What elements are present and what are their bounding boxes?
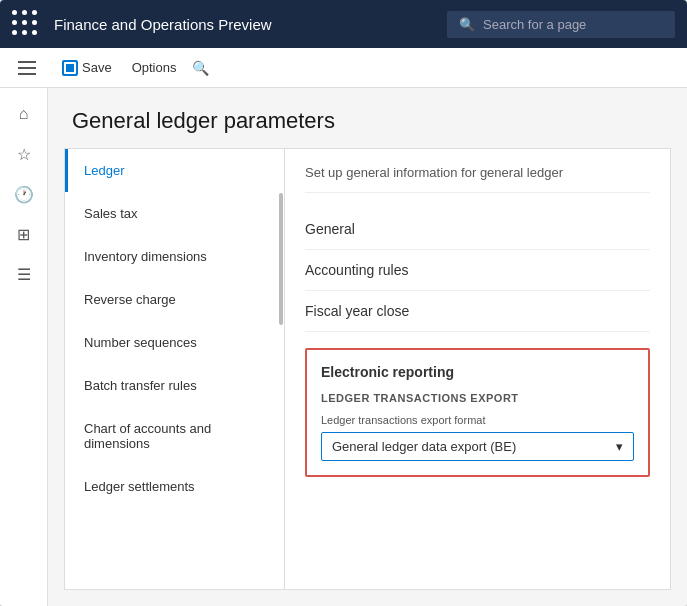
right-panel: Set up general information for general l… bbox=[285, 149, 670, 589]
title-bar: Finance and Operations Preview 🔍 bbox=[0, 0, 687, 48]
er-title: Electronic reporting bbox=[321, 364, 634, 380]
panel-subtitle: Set up general information for general l… bbox=[305, 165, 650, 193]
icon-sidebar: ⌂ ☆ 🕐 ⊞ ☰ bbox=[0, 88, 48, 606]
electronic-reporting-panel: Electronic reporting LEDGER TRANSACTIONS… bbox=[305, 348, 650, 477]
section-accounting-rules[interactable]: Accounting rules bbox=[305, 250, 650, 291]
global-search-input[interactable] bbox=[483, 17, 663, 32]
sidebar-item-home[interactable]: ⌂ bbox=[6, 96, 42, 132]
nav-item-chart-of-accounts[interactable]: Chart of accounts and dimensions bbox=[65, 407, 284, 465]
app-window: Finance and Operations Preview 🔍 Save Op… bbox=[0, 0, 687, 606]
sidebar-item-favorites[interactable]: ☆ bbox=[6, 136, 42, 172]
content-body: Ledger Sales tax Inventory dimensions Re… bbox=[64, 148, 671, 590]
app-dots-icon bbox=[12, 10, 40, 38]
section-general[interactable]: General bbox=[305, 209, 650, 250]
toolbar-search-icon[interactable]: 🔍 bbox=[192, 60, 209, 76]
sidebar-item-recent[interactable]: 🕐 bbox=[6, 176, 42, 212]
scroll-indicator bbox=[279, 193, 283, 325]
nav-item-inventory-dimensions[interactable]: Inventory dimensions bbox=[65, 235, 284, 278]
nav-item-ledger[interactable]: Ledger bbox=[65, 149, 284, 192]
nav-item-batch-transfer-rules[interactable]: Batch transfer rules bbox=[65, 364, 284, 407]
page-title: General ledger parameters bbox=[72, 108, 663, 134]
options-button[interactable]: Options bbox=[124, 56, 185, 79]
section-fiscal-year-close[interactable]: Fiscal year close bbox=[305, 291, 650, 332]
save-label: Save bbox=[82, 60, 112, 75]
left-nav-panel: Ledger Sales tax Inventory dimensions Re… bbox=[65, 149, 285, 589]
page-header: General ledger parameters bbox=[48, 88, 687, 148]
er-section-label: LEDGER TRANSACTIONS EXPORT bbox=[321, 392, 634, 404]
save-button[interactable]: Save bbox=[54, 56, 120, 80]
main-layout: ⌂ ☆ 🕐 ⊞ ☰ General ledger parameters Ledg… bbox=[0, 88, 687, 606]
sidebar-item-workspaces[interactable]: ⊞ bbox=[6, 216, 42, 252]
nav-item-reverse-charge[interactable]: Reverse charge bbox=[65, 278, 284, 321]
nav-item-ledger-settlements[interactable]: Ledger settlements bbox=[65, 465, 284, 508]
toolbar: Save Options 🔍 bbox=[0, 48, 687, 88]
section-electronic-reporting: Electronic reporting LEDGER TRANSACTIONS… bbox=[305, 332, 650, 477]
global-search-box[interactable]: 🔍 bbox=[447, 11, 675, 38]
er-field-label: Ledger transactions export format bbox=[321, 414, 634, 426]
nav-item-number-sequences[interactable]: Number sequences bbox=[65, 321, 284, 364]
nav-item-sales-tax[interactable]: Sales tax bbox=[65, 192, 284, 235]
save-icon bbox=[62, 60, 78, 76]
content-area: General ledger parameters Ledger Sales t… bbox=[48, 88, 687, 606]
app-title: Finance and Operations Preview bbox=[54, 16, 447, 33]
options-label: Options bbox=[132, 60, 177, 75]
hamburger-menu-button[interactable] bbox=[12, 53, 42, 83]
ledger-export-format-dropdown[interactable]: General ledger data export (BE) ▾ bbox=[321, 432, 634, 461]
chevron-down-icon: ▾ bbox=[616, 439, 623, 454]
er-dropdown-value: General ledger data export (BE) bbox=[332, 439, 516, 454]
sidebar-item-modules[interactable]: ☰ bbox=[6, 256, 42, 292]
search-icon: 🔍 bbox=[459, 17, 475, 32]
